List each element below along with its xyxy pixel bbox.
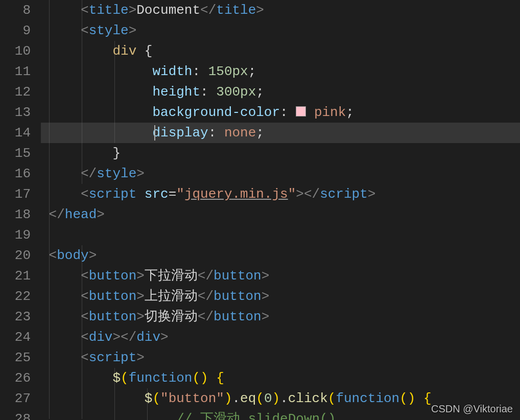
line-number: 23 <box>0 307 31 327</box>
line-number: 20 <box>0 245 31 266</box>
code-editor[interactable]: 8 9 10 11 12 13 14 15 16 17 18 19 20 21 … <box>0 0 520 420</box>
line-number: 24 <box>0 327 31 347</box>
code-line[interactable]: } <box>41 143 520 164</box>
code-line-active[interactable]: display: none; <box>41 123 520 143</box>
code-line[interactable]: background-color: pink; <box>41 102 520 123</box>
code-line[interactable]: <script> <box>41 347 520 368</box>
line-number: 25 <box>0 347 31 368</box>
code-line[interactable] <box>41 225 520 245</box>
line-number: 17 <box>0 184 31 204</box>
code-line[interactable]: div { <box>41 41 520 61</box>
code-line[interactable]: width: 150px; <box>41 61 520 82</box>
line-number: 22 <box>0 286 31 307</box>
code-line[interactable]: <title>Document</title> <box>41 0 520 20</box>
code-line[interactable]: $(function() { <box>41 368 520 388</box>
code-line[interactable]: <div></div> <box>41 327 520 347</box>
line-number: 14 <box>0 123 31 143</box>
line-number: 8 <box>0 0 31 20</box>
line-number: 15 <box>0 143 31 164</box>
line-number: 11 <box>0 61 31 82</box>
line-number: 27 <box>0 388 31 409</box>
code-line[interactable]: </style> <box>41 164 520 184</box>
line-gutter: 8 9 10 11 12 13 14 15 16 17 18 19 20 21 … <box>0 0 41 420</box>
watermark: CSDN @Viktoriae <box>431 403 513 415</box>
code-area[interactable]: <title>Document</title> <style> div { wi… <box>41 0 520 420</box>
line-number: 19 <box>0 225 31 245</box>
text-cursor <box>154 125 155 141</box>
line-number: 12 <box>0 82 31 102</box>
code-line[interactable]: <script src="jquery.min.js"></script> <box>41 184 520 204</box>
code-line[interactable]: <button>上拉滑动</button> <box>41 286 520 307</box>
code-line[interactable]: </head> <box>41 204 520 225</box>
line-number: 16 <box>0 164 31 184</box>
line-number: 21 <box>0 266 31 286</box>
code-line[interactable]: height: 300px; <box>41 82 520 102</box>
code-line[interactable]: <style> <box>41 20 520 41</box>
line-number: 28 <box>0 409 31 420</box>
line-number: 10 <box>0 41 31 61</box>
code-line[interactable]: <button>下拉滑动</button> <box>41 266 520 286</box>
line-number: 9 <box>0 20 31 41</box>
code-line[interactable]: <body> <box>41 245 520 266</box>
line-number: 26 <box>0 368 31 388</box>
line-number: 18 <box>0 204 31 225</box>
color-swatch-icon <box>296 106 306 116</box>
code-line[interactable]: <button>切换滑动</button> <box>41 307 520 327</box>
line-number: 13 <box>0 102 31 123</box>
